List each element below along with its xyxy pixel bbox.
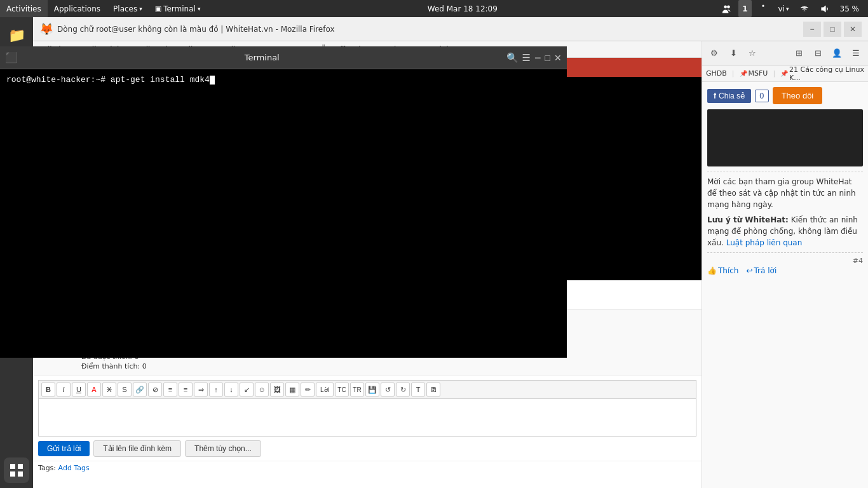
sidebar-divider bbox=[707, 172, 863, 172]
fb-share-row: f Chia sẻ 0 Theo dõi bbox=[707, 87, 863, 104]
top-bar: Activities Applications Places ▾ ▣ Termi… bbox=[0, 0, 868, 17]
accessibility-icon[interactable] bbox=[754, 0, 772, 17]
places-menu[interactable]: Places ▾ bbox=[107, 0, 149, 17]
sidebar-divider-2 bbox=[707, 252, 863, 253]
editor-toolbar: B I U A X S 🔗 ⊘ ≡ ≡ ⇒ ↑ ↓ ↙ ☺ bbox=[38, 380, 696, 398]
terminal-overlay: ⬛ Terminal 🔍 ☰ − □ ✕ root@white-hacker:~… bbox=[0, 46, 567, 358]
editor-tc[interactable]: TC bbox=[335, 383, 349, 396]
terminal-arrow: ▾ bbox=[198, 6, 201, 12]
editor-source[interactable]: 🖹 bbox=[426, 383, 440, 396]
svg-rect-16 bbox=[18, 464, 23, 469]
workspace-number: 1 bbox=[742, 4, 747, 13]
firefox-title: Dòng chữ root@user không còn là màu đỏ |… bbox=[57, 25, 335, 34]
editor-link[interactable]: 🔗 bbox=[133, 383, 147, 396]
editor-tr[interactable]: TR bbox=[350, 383, 364, 396]
editor-sup[interactable]: S bbox=[118, 383, 132, 396]
editor-undo[interactable]: ↺ bbox=[381, 383, 395, 396]
sidebar-bm-ghdb[interactable]: GHDB bbox=[706, 69, 727, 78]
sidebar-bm-msfu[interactable]: 📌 MSFU bbox=[740, 69, 768, 78]
terminal-search-btn[interactable]: 🔍 bbox=[506, 52, 519, 64]
editor-list-ul[interactable]: ≡ bbox=[179, 383, 193, 396]
sidebar-bm-21[interactable]: 📌 21 Các công cụ Linux K... bbox=[780, 65, 864, 82]
datetime-display: Wed Mar 18 12:09 bbox=[428, 4, 498, 13]
like-link[interactable]: 👍 Thích bbox=[707, 266, 738, 275]
editor-bold[interactable]: B bbox=[41, 383, 55, 396]
reply-link[interactable]: ↩ Trả lời bbox=[746, 266, 776, 275]
editor-align[interactable]: ≡ bbox=[163, 383, 177, 396]
editor-italic[interactable]: I bbox=[57, 383, 71, 396]
tags-label: Tags: bbox=[38, 464, 56, 472]
editor-save[interactable]: 💾 bbox=[365, 383, 379, 396]
sidebar-image-placeholder bbox=[707, 109, 863, 166]
sidebar-toolbar: ⚙ ⬇ ☆ ⊞ ⊟ 👤 ☰ bbox=[702, 41, 868, 65]
battery-indicator[interactable]: 35 % bbox=[836, 0, 864, 17]
terminal-command-line: root@white-hacker:~# apt-get install mdk… bbox=[6, 74, 560, 86]
editor-image[interactable]: 🖼 bbox=[270, 383, 284, 396]
editor-emoji[interactable]: ☺ bbox=[255, 383, 269, 396]
terminal-label: Terminal bbox=[163, 4, 196, 13]
people-icon[interactable] bbox=[718, 0, 736, 17]
fb-icon: f bbox=[714, 92, 716, 100]
terminal-menu[interactable]: ▣ Terminal ▾ bbox=[149, 0, 207, 17]
sidebar-bm-icon: 📌 bbox=[780, 70, 788, 77]
sidebar-warning-text: Lưu ý từ WhiteHat: Kiến thức an ninh mạn… bbox=[707, 214, 863, 248]
fb-share-btn[interactable]: f Chia sẻ bbox=[707, 89, 751, 103]
sidebar-tools-btn[interactable]: ⚙ bbox=[706, 45, 722, 62]
terminal-cursor bbox=[210, 76, 215, 85]
sidebar-content: f Chia sẻ 0 Theo dõi Mời các bạn tham gi… bbox=[702, 82, 868, 488]
dock-files[interactable]: 📁 bbox=[4, 22, 29, 48]
svg-rect-18 bbox=[18, 471, 23, 477]
user-score: Điểm thành tích: 0 bbox=[81, 362, 696, 370]
editor-underline[interactable]: U bbox=[72, 383, 86, 396]
volume-icon[interactable] bbox=[816, 0, 834, 17]
like-thumb-icon: 👍 bbox=[707, 266, 717, 275]
editor-textarea[interactable] bbox=[38, 398, 696, 437]
sidebar-menu-btn[interactable]: ☰ bbox=[848, 45, 864, 62]
editor-redo[interactable]: ↻ bbox=[396, 383, 410, 396]
sidebar-law-link[interactable]: Luật pháp liên quan bbox=[726, 238, 803, 247]
theo-doi-btn[interactable]: Theo dõi bbox=[773, 87, 823, 104]
wifi-icon[interactable] bbox=[796, 0, 813, 17]
svg-rect-15 bbox=[10, 464, 15, 469]
firefox-close-btn[interactable]: ✕ bbox=[844, 22, 862, 37]
terminal-overlay-body[interactable]: root@white-hacker:~# apt-get install mdk… bbox=[0, 69, 567, 358]
submit-reply-btn[interactable]: Gửi trả lời bbox=[38, 441, 90, 456]
add-tags-link[interactable]: Add Tags bbox=[58, 464, 90, 472]
editor-actions: Gửi trả lời Tải lên file đính kèm Thêm t… bbox=[38, 440, 696, 457]
editor-loi[interactable]: Lời bbox=[316, 383, 334, 396]
more-options-btn[interactable]: Thêm tùy chọn... bbox=[185, 440, 261, 457]
sidebar-account-btn[interactable]: 👤 bbox=[829, 45, 845, 62]
editor-strikethrough[interactable]: X bbox=[102, 383, 116, 396]
terminal-hamburger-btn[interactable]: ☰ bbox=[522, 52, 531, 64]
editor-list-ol[interactable]: ⇒ bbox=[194, 383, 208, 396]
user-score-value: 0 bbox=[142, 362, 147, 370]
editor-code[interactable]: ✏ bbox=[301, 383, 315, 396]
sidebar-bookmark-btn[interactable]: ☆ bbox=[744, 45, 761, 62]
tags-row: Tags: Add Tags bbox=[33, 461, 702, 475]
places-arrow: ▾ bbox=[139, 6, 142, 12]
editor-outdent[interactable]: ↓ bbox=[224, 383, 238, 396]
terminal-close-btn[interactable]: ✕ bbox=[554, 53, 562, 62]
upload-btn[interactable]: Tải lên file đính kèm bbox=[93, 440, 181, 457]
editor-clear[interactable]: T bbox=[411, 383, 425, 396]
editor-unlink[interactable]: ⊘ bbox=[148, 383, 162, 396]
sidebar-lib-btn[interactable]: ⊞ bbox=[790, 45, 807, 62]
activities-button[interactable]: Activities bbox=[0, 0, 48, 17]
terminal-minimize-btn[interactable]: − bbox=[534, 52, 541, 64]
applications-menu[interactable]: Applications bbox=[48, 0, 107, 17]
terminal-maximize-btn[interactable]: □ bbox=[545, 53, 550, 62]
editor-color[interactable]: A bbox=[87, 383, 101, 396]
firefox-minimize-btn[interactable]: − bbox=[803, 22, 821, 37]
msfu-icon: 📌 bbox=[740, 70, 747, 77]
sidebar-panel-btn[interactable]: ⊟ bbox=[810, 45, 826, 62]
svg-rect-17 bbox=[10, 471, 15, 477]
editor-quote[interactable]: ↙ bbox=[240, 383, 254, 396]
workspace-indicator[interactable]: 1 bbox=[738, 0, 751, 17]
sidebar-community-text: Mời các bạn tham gia group WhiteHat để t… bbox=[707, 176, 863, 210]
editor-indent[interactable]: ↑ bbox=[209, 383, 223, 396]
editor-media[interactable]: ▦ bbox=[285, 383, 299, 396]
sidebar-download-btn[interactable]: ⬇ bbox=[725, 45, 742, 62]
lang-selector[interactable]: vi ▾ bbox=[775, 0, 793, 17]
dock-apps-grid[interactable] bbox=[4, 458, 29, 483]
firefox-maximize-btn[interactable]: □ bbox=[824, 22, 841, 37]
